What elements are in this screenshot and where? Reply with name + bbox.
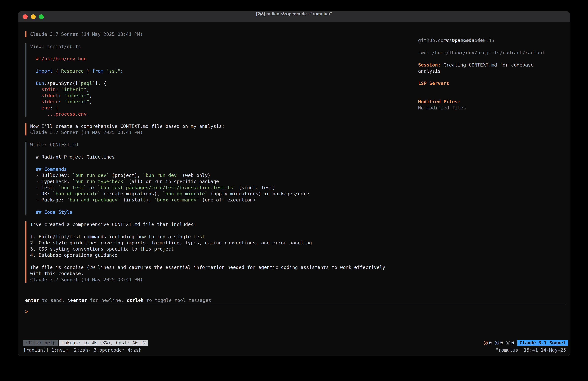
terminal-line: ## Code Style <box>30 209 385 215</box>
text-segment: 4. Database operations guidance <box>30 252 117 258</box>
terminal-line: Now I'll create a comprehensive CONTEXT.… <box>30 123 385 129</box>
info-count: 0 <box>500 340 503 346</box>
text-segment: `bun run dev` <box>72 173 109 178</box>
terminal-line: cwd: /home/thdxr/dev/projects/radiant/ra… <box>418 49 560 56</box>
text-segment: I've created a comprehensive CONTEXT.md … <box>30 222 196 227</box>
terminal-line: 2. Code style guidelines covering import… <box>30 240 385 246</box>
terminal-line: The file is concise (20 lines) and captu… <box>30 264 385 270</box>
text-segment: - Package: <box>30 197 67 202</box>
terminal-line: stderr: "inherit", <box>30 99 385 105</box>
text-segment: stderr <box>42 99 58 104</box>
assistant-summary-block: I've created a comprehensive CONTEXT.md … <box>25 221 385 283</box>
text-segment: - TypeCheck: <box>30 179 72 184</box>
terminal-line: LSP Servers <box>418 80 560 86</box>
sidebar: © OpenCode 0.0.45 github.com/sst/opencod… <box>418 31 560 111</box>
tool-view-block: View: script/db.ts #!/usr/bin/env bun im… <box>25 44 385 117</box>
text-segment: (create migrations), <box>101 191 163 197</box>
text-segment: (install), <box>120 197 154 202</box>
text-segment: env <box>42 105 50 111</box>
text-segment: ], { <box>95 81 106 86</box>
text-segment: (project), <box>109 173 143 178</box>
text-segment: `bun run dev` <box>143 173 179 178</box>
prompt-symbol: > <box>25 309 28 314</box>
text-segment: Claude 3.7 Sonnet (14 May 2025 03:41 PM) <box>30 130 143 135</box>
text-segment: 3. CSS styling conventions specific to t… <box>30 246 174 252</box>
model-badge: Claude 3.7 Sonnet <box>517 340 568 346</box>
terminal-line: I've created a comprehensive CONTEXT.md … <box>30 221 385 227</box>
window-title: [2/3] radiant:3:opencode - "romulus" <box>18 11 570 17</box>
text-segment: } <box>84 68 92 74</box>
text-segment: from <box>92 68 104 74</box>
text-segment: Write: CONTEXT.md <box>30 142 78 147</box>
text-segment: github.com/sst/opencode <box>418 38 483 43</box>
text-segment: `bun test packages/core/test/transaction… <box>98 185 236 190</box>
text-segment: , <box>89 93 92 98</box>
info-icon: i <box>495 341 499 345</box>
text-segment: to send, <box>39 297 67 303</box>
terminal-line <box>30 148 385 154</box>
text-segment: The file is concise (20 lines) and captu… <box>30 265 385 270</box>
text-segment: `bun test` <box>58 185 87 190</box>
text-segment: - Test: <box>30 185 58 190</box>
terminal-line: View: script/db.ts <box>30 44 385 49</box>
terminal-line: Modified Files: <box>418 99 560 105</box>
text-segment: , <box>86 87 89 92</box>
terminal-line <box>418 56 560 62</box>
chat-transcript: Claude 3.7 Sonnet (14 May 2025 03:41 PM)… <box>25 31 385 289</box>
text-segment: enter <box>25 297 39 303</box>
text-segment: # Radiant Project Guidelines <box>30 154 115 160</box>
text-segment: (one-off execution) <box>199 197 256 202</box>
diagnostic-hints: h 0 <box>506 340 514 346</box>
text-segment: (all) or run in specific package <box>126 179 219 184</box>
terminal-window: [2/3] radiant:3:opencode - "romulus" Cla… <box>18 11 570 356</box>
tmux-windows-list: [radiant] 1:nvim 2:zsh- 3:opencode* 4:zs… <box>23 347 142 353</box>
text-segment: `bun db generate` <box>53 191 101 197</box>
prompt-input[interactable]: > <box>25 309 566 315</box>
text-segment: .spawnSync([ <box>44 81 78 86</box>
text-segment: "inherit" <box>64 93 89 98</box>
terminal-line: stdin: "inherit", <box>30 86 385 92</box>
text-segment: 2. Code style guidelines covering import… <box>30 240 312 246</box>
terminal-line: 3. CSS styling conventions specific to t… <box>30 246 385 252</box>
terminal-line: env: { <box>30 105 385 111</box>
terminal-line: No modified files <box>418 105 560 111</box>
terminal-line: ...process.env, <box>30 111 385 117</box>
minimize-window-button[interactable] <box>31 14 36 19</box>
terminal-line <box>418 86 560 92</box>
terminal-content: Claude 3.7 Sonnet (14 May 2025 03:41 PM)… <box>18 22 570 356</box>
terminal-line: Session: Creating CONTEXT.md for codebas… <box>418 62 560 68</box>
terminal-line <box>30 49 385 56</box>
text-segment: Now I'll create a comprehensive CONTEXT.… <box>30 124 225 129</box>
terminal-line: Claude 3.7 Sonnet (14 May 2025 03:41 PM) <box>30 129 385 135</box>
text-segment: LSP Servers <box>418 81 449 86</box>
window-titlebar[interactable]: [2/3] radiant:3:opencode - "romulus" <box>18 11 570 22</box>
text-segment: View: script/db.ts <box>30 44 81 49</box>
terminal-line: 1. Build/lint/test commands including ho… <box>30 234 385 240</box>
text-segment: analysis <box>418 68 441 74</box>
status-bar: ctrl+? help Tokens: 16.4K (8%), Cost: $0… <box>23 340 568 346</box>
terminal-line <box>418 74 560 80</box>
terminal-line <box>30 227 385 234</box>
close-window-button[interactable] <box>23 14 28 19</box>
text-segment: cwd: /home/thdxr/dev/projects/radiant/ra… <box>418 50 545 55</box>
text-segment: - DB: <box>30 191 53 197</box>
text-segment: \+enter <box>67 297 87 303</box>
text-segment: "inherit" <box>64 99 89 104</box>
text-segment <box>104 68 106 74</box>
terminal-line <box>30 160 385 166</box>
terminal-line: 4. Database operations guidance <box>30 252 385 258</box>
hint-count: 0 <box>511 340 514 346</box>
keybind-help-line: enter to send, \+enter for newline, ctrl… <box>25 297 211 303</box>
text-segment: , <box>86 111 89 117</box>
text-segment: (web only) <box>179 173 210 178</box>
terminal-line: - TypeCheck: `bun run typecheck` (all) o… <box>30 179 385 184</box>
app-header: © OpenCode 0.0.45 <box>418 31 560 37</box>
terminal-line: # Radiant Project Guidelines <box>30 154 385 160</box>
text-segment: , <box>89 99 92 104</box>
zoom-window-button[interactable] <box>39 14 44 19</box>
text-segment <box>30 93 42 98</box>
text-segment: : <box>56 87 61 92</box>
text-segment: Resource <box>61 68 84 74</box>
text-segment: : <box>58 93 64 98</box>
tmux-status-bar: [radiant] 1:nvim 2:zsh- 3:opencode* 4:zs… <box>23 347 566 353</box>
